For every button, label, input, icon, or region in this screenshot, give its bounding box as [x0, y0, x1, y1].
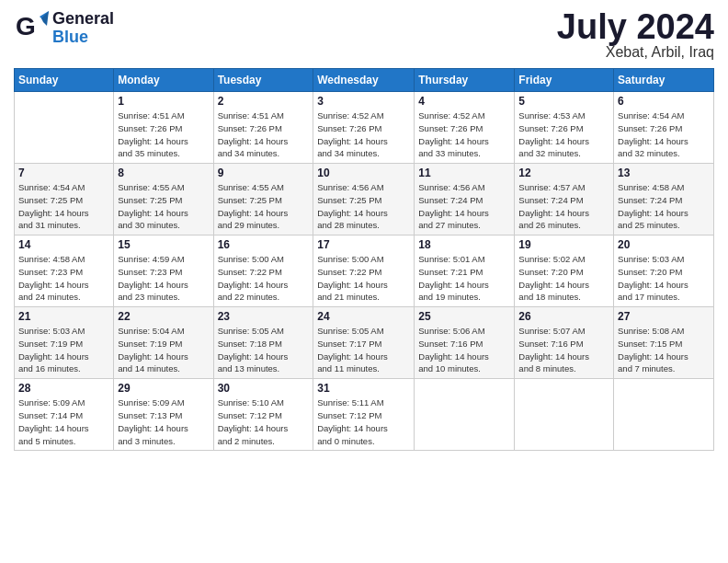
- col-saturday: Saturday: [614, 69, 714, 92]
- day-number: 27: [618, 310, 710, 323]
- day-info: Sunrise: 5:11 AMSunset: 7:12 PMDaylight:…: [317, 396, 410, 447]
- day-number: 11: [418, 167, 510, 179]
- day-number: 4: [418, 95, 510, 108]
- day-info: Sunrise: 4:55 AMSunset: 7:25 PMDaylight:…: [118, 181, 209, 232]
- table-cell: 6Sunrise: 4:54 AMSunset: 7:26 PMDaylight…: [614, 92, 714, 164]
- day-info: Sunrise: 5:04 AMSunset: 7:19 PMDaylight:…: [118, 325, 209, 375]
- table-cell: 29Sunrise: 5:09 AMSunset: 7:13 PMDayligh…: [114, 379, 213, 451]
- day-info: Sunrise: 5:06 AMSunset: 7:16 PMDaylight:…: [418, 325, 510, 375]
- table-cell: [614, 379, 714, 451]
- table-cell: 20Sunrise: 5:03 AMSunset: 7:20 PMDayligh…: [614, 236, 714, 307]
- day-info: Sunrise: 4:51 AMSunset: 7:26 PMDaylight:…: [118, 109, 209, 160]
- table-cell: 24Sunrise: 5:05 AMSunset: 7:17 PMDayligh…: [313, 307, 415, 379]
- day-info: Sunrise: 5:07 AMSunset: 7:16 PMDaylight:…: [518, 325, 609, 375]
- day-info: Sunrise: 5:05 AMSunset: 7:18 PMDaylight:…: [218, 325, 310, 375]
- table-cell: 1Sunrise: 4:51 AMSunset: 7:26 PMDaylight…: [114, 92, 213, 164]
- col-friday: Friday: [515, 69, 614, 92]
- calendar-week-row: 28Sunrise: 5:09 AMSunset: 7:14 PMDayligh…: [15, 379, 714, 451]
- table-cell: 4Sunrise: 4:52 AMSunset: 7:26 PMDaylight…: [415, 92, 515, 164]
- table-cell: 15Sunrise: 4:59 AMSunset: 7:23 PMDayligh…: [114, 236, 213, 307]
- logo-icon: G: [14, 9, 49, 48]
- day-number: 23: [218, 310, 310, 323]
- day-number: 15: [118, 238, 209, 251]
- day-info: Sunrise: 4:59 AMSunset: 7:23 PMDaylight:…: [118, 253, 209, 304]
- day-number: 14: [18, 238, 109, 251]
- header: G General Blue July 2024 Xebat, Arbil, I…: [14, 9, 714, 61]
- table-cell: 22Sunrise: 5:04 AMSunset: 7:19 PMDayligh…: [114, 307, 213, 379]
- table-cell: 11Sunrise: 4:56 AMSunset: 7:24 PMDayligh…: [415, 164, 515, 236]
- day-number: 26: [518, 310, 609, 323]
- day-number: 16: [218, 238, 310, 251]
- table-cell: [15, 92, 114, 164]
- table-cell: 16Sunrise: 5:00 AMSunset: 7:22 PMDayligh…: [213, 236, 313, 307]
- table-cell: 26Sunrise: 5:07 AMSunset: 7:16 PMDayligh…: [515, 307, 614, 379]
- day-number: 7: [18, 167, 109, 179]
- table-cell: 5Sunrise: 4:53 AMSunset: 7:26 PMDaylight…: [515, 92, 614, 164]
- day-number: 1: [118, 95, 209, 108]
- table-cell: 17Sunrise: 5:00 AMSunset: 7:22 PMDayligh…: [313, 236, 415, 307]
- main-title: July 2024: [557, 9, 714, 44]
- day-number: 10: [317, 167, 410, 179]
- day-info: Sunrise: 5:03 AMSunset: 7:19 PMDaylight:…: [18, 325, 109, 375]
- day-info: Sunrise: 4:57 AMSunset: 7:24 PMDaylight:…: [518, 181, 609, 232]
- day-info: Sunrise: 4:53 AMSunset: 7:26 PMDaylight:…: [518, 109, 609, 160]
- table-cell: [515, 379, 614, 451]
- day-info: Sunrise: 4:52 AMSunset: 7:26 PMDaylight:…: [418, 109, 510, 160]
- day-number: 30: [218, 382, 310, 395]
- calendar-header-row: Sunday Monday Tuesday Wednesday Thursday…: [15, 69, 714, 92]
- subtitle: Xebat, Arbil, Iraq: [557, 44, 714, 61]
- day-info: Sunrise: 4:55 AMSunset: 7:25 PMDaylight:…: [218, 181, 310, 232]
- calendar-week-row: 1Sunrise: 4:51 AMSunset: 7:26 PMDaylight…: [15, 92, 714, 164]
- title-section: July 2024 Xebat, Arbil, Iraq: [557, 9, 714, 61]
- table-cell: 18Sunrise: 5:01 AMSunset: 7:21 PMDayligh…: [415, 236, 515, 307]
- day-info: Sunrise: 4:54 AMSunset: 7:25 PMDaylight:…: [18, 181, 109, 232]
- day-number: 13: [618, 167, 710, 179]
- day-info: Sunrise: 4:58 AMSunset: 7:24 PMDaylight:…: [618, 181, 710, 232]
- table-cell: 12Sunrise: 4:57 AMSunset: 7:24 PMDayligh…: [515, 164, 614, 236]
- logo-text: General Blue: [52, 10, 114, 47]
- calendar-week-row: 21Sunrise: 5:03 AMSunset: 7:19 PMDayligh…: [15, 307, 714, 379]
- day-number: 3: [317, 95, 410, 108]
- day-number: 19: [518, 238, 609, 251]
- col-monday: Monday: [114, 69, 213, 92]
- calendar-week-row: 7Sunrise: 4:54 AMSunset: 7:25 PMDaylight…: [15, 164, 714, 236]
- day-info: Sunrise: 5:08 AMSunset: 7:15 PMDaylight:…: [618, 325, 710, 375]
- svg-marker-2: [41, 11, 49, 26]
- day-info: Sunrise: 4:54 AMSunset: 7:26 PMDaylight:…: [618, 109, 710, 160]
- day-info: Sunrise: 4:56 AMSunset: 7:24 PMDaylight:…: [418, 181, 510, 232]
- day-info: Sunrise: 5:09 AMSunset: 7:13 PMDaylight:…: [118, 396, 209, 447]
- day-info: Sunrise: 5:01 AMSunset: 7:21 PMDaylight:…: [418, 253, 510, 304]
- col-tuesday: Tuesday: [213, 69, 313, 92]
- day-number: 25: [418, 310, 510, 323]
- col-thursday: Thursday: [415, 69, 515, 92]
- day-number: 20: [618, 238, 710, 251]
- table-cell: 25Sunrise: 5:06 AMSunset: 7:16 PMDayligh…: [415, 307, 515, 379]
- calendar-week-row: 14Sunrise: 4:58 AMSunset: 7:23 PMDayligh…: [15, 236, 714, 307]
- day-info: Sunrise: 5:00 AMSunset: 7:22 PMDaylight:…: [218, 253, 310, 304]
- day-info: Sunrise: 5:03 AMSunset: 7:20 PMDaylight:…: [618, 253, 710, 304]
- svg-text:G: G: [16, 12, 36, 40]
- table-cell: 23Sunrise: 5:05 AMSunset: 7:18 PMDayligh…: [213, 307, 313, 379]
- day-number: 12: [518, 167, 609, 179]
- day-number: 9: [218, 167, 310, 179]
- table-cell: 13Sunrise: 4:58 AMSunset: 7:24 PMDayligh…: [614, 164, 714, 236]
- col-wednesday: Wednesday: [313, 69, 415, 92]
- page: G General Blue July 2024 Xebat, Arbil, I…: [0, 0, 728, 563]
- day-number: 29: [118, 382, 209, 395]
- table-cell: 31Sunrise: 5:11 AMSunset: 7:12 PMDayligh…: [313, 379, 415, 451]
- calendar-table: Sunday Monday Tuesday Wednesday Thursday…: [14, 68, 714, 451]
- day-info: Sunrise: 5:02 AMSunset: 7:20 PMDaylight:…: [518, 253, 609, 304]
- table-cell: 7Sunrise: 4:54 AMSunset: 7:25 PMDaylight…: [15, 164, 114, 236]
- table-cell: 30Sunrise: 5:10 AMSunset: 7:12 PMDayligh…: [213, 379, 313, 451]
- table-cell: 19Sunrise: 5:02 AMSunset: 7:20 PMDayligh…: [515, 236, 614, 307]
- day-number: 8: [118, 167, 209, 179]
- day-info: Sunrise: 5:00 AMSunset: 7:22 PMDaylight:…: [317, 253, 410, 304]
- day-number: 18: [418, 238, 510, 251]
- table-cell: 8Sunrise: 4:55 AMSunset: 7:25 PMDaylight…: [114, 164, 213, 236]
- day-info: Sunrise: 4:52 AMSunset: 7:26 PMDaylight:…: [317, 109, 410, 160]
- logo: G General Blue: [14, 9, 114, 48]
- table-cell: 9Sunrise: 4:55 AMSunset: 7:25 PMDaylight…: [213, 164, 313, 236]
- day-number: 28: [18, 382, 109, 395]
- table-cell: 14Sunrise: 4:58 AMSunset: 7:23 PMDayligh…: [15, 236, 114, 307]
- day-number: 6: [618, 95, 710, 108]
